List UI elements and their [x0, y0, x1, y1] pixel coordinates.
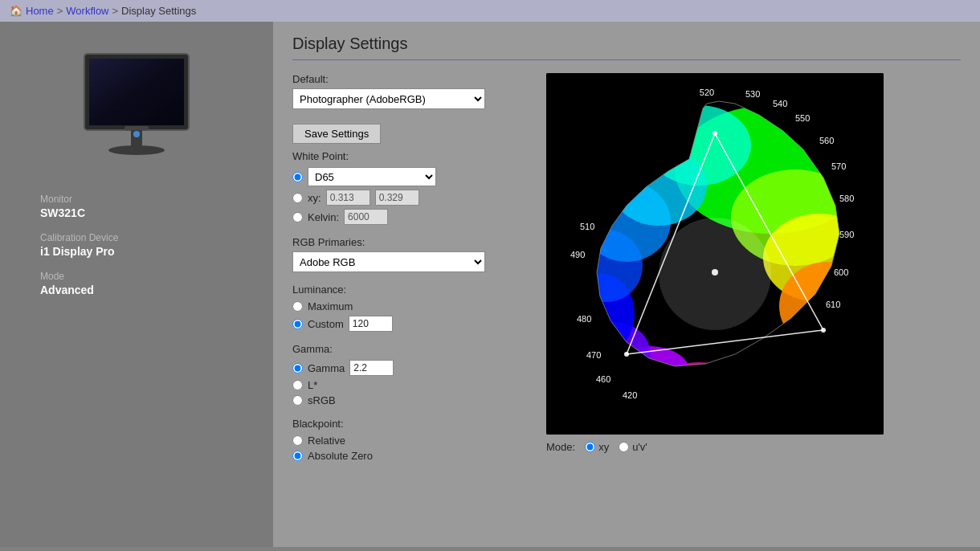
blackpoint-relative-row: Relative — [292, 435, 533, 447]
gamma-gamma-radio[interactable] — [292, 363, 303, 373]
white-point-label: White Point: — [292, 150, 533, 162]
luminance-group: Luminance: Maximum Custom — [292, 284, 533, 332]
xy-y-input[interactable] — [375, 190, 419, 206]
luminance-custom-row: Custom — [292, 316, 533, 332]
svg-rect-2 — [89, 59, 184, 125]
monitor-svg — [76, 46, 197, 166]
monitor-label: Monitor — [40, 194, 257, 205]
gamma-label: Gamma: — [292, 343, 533, 355]
blackpoint-radio-group: Relative Absolute Zero — [292, 435, 533, 462]
gamma-gamma-label[interactable]: Gamma — [308, 362, 345, 374]
monitor-image — [72, 38, 201, 166]
svg-text:570: 570 — [831, 161, 846, 171]
gamma-srgb-row: sRGB — [292, 394, 533, 406]
gamma-radio-group: Gamma L* sRGB — [292, 360, 533, 406]
white-point-radio-group: D65 D50 D55 D75 Custom xy: — [292, 167, 533, 225]
monitor-value: SW321C — [40, 206, 257, 219]
blackpoint-label: Blackpoint: — [292, 418, 533, 430]
mode-value: Advanced — [40, 284, 257, 296]
mode-xy-label[interactable]: xy — [598, 441, 609, 453]
gamma-lstar-label[interactable]: L* — [308, 379, 317, 391]
svg-point-31 — [624, 352, 629, 357]
luminance-custom-radio[interactable] — [292, 319, 303, 329]
white-point-d65-radio[interactable] — [292, 172, 303, 182]
gamma-srgb-label[interactable]: sRGB — [308, 394, 336, 406]
svg-text:420: 420 — [623, 390, 637, 400]
gamma-lstar-radio[interactable] — [292, 380, 303, 390]
blackpoint-relative-label[interactable]: Relative — [308, 435, 345, 447]
luminance-custom-input[interactable] — [349, 316, 393, 332]
mode-uv-radio[interactable] — [619, 442, 629, 452]
gamma-group: Gamma: Gamma L* sRGB — [292, 343, 533, 406]
color-diagram: 520 530 540 550 560 570 580 590 600 610 … — [546, 73, 884, 435]
blackpoint-absolute-label[interactable]: Absolute Zero — [308, 450, 373, 462]
svg-point-5 — [133, 131, 140, 137]
rgb-primaries-label: RGB Primaries: — [292, 236, 533, 248]
mode-selector-label: Mode: — [546, 441, 575, 453]
blackpoint-relative-radio[interactable] — [292, 435, 303, 446]
mode-uv-label[interactable]: u'v' — [632, 441, 647, 453]
device-value: i1 Display Pro — [40, 245, 257, 258]
white-point-xy-row: xy: — [292, 190, 533, 206]
luminance-custom-label[interactable]: Custom — [308, 318, 344, 330]
default-label: Default: — [292, 73, 533, 85]
svg-text:460: 460 — [596, 374, 610, 384]
sidebar-info: Monitor SW321C Calibration Device i1 Dis… — [16, 181, 257, 296]
mode-label: Mode — [40, 271, 257, 282]
cie-diagram-svg: 520 530 540 550 560 570 580 590 600 610 … — [546, 73, 884, 435]
luminance-maximum-radio[interactable] — [292, 301, 303, 312]
default-group: Default: Photographer (AdobeRGB) sRGB Cu… — [292, 73, 533, 109]
svg-point-28 — [712, 269, 718, 276]
blackpoint-absolute-radio[interactable] — [292, 451, 303, 461]
luminance-maximum-label[interactable]: Maximum — [308, 300, 353, 312]
white-point-select[interactable]: D65 D50 D55 D75 Custom — [308, 167, 436, 186]
mode-xy-row: xy — [585, 441, 609, 453]
gamma-gamma-row: Gamma — [292, 360, 533, 376]
white-point-kelvin-radio[interactable] — [292, 212, 303, 222]
white-point-group: White Point: D65 D50 D55 D75 Custom — [292, 150, 533, 225]
breadcrumb-workflow[interactable]: Workflow — [66, 5, 108, 17]
svg-text:560: 560 — [819, 136, 834, 145]
breadcrumb-bar: 🏠 Home > Workflow > Display Settings — [0, 0, 980, 22]
svg-text:600: 600 — [834, 267, 848, 277]
xy-label[interactable]: xy: — [308, 192, 321, 204]
breadcrumb-sep2: > — [112, 5, 119, 17]
mode-xy-radio[interactable] — [585, 442, 595, 452]
chart-column: 520 530 540 550 560 570 580 590 600 610 … — [546, 73, 961, 473]
mode-uv-row: u'v' — [619, 441, 647, 453]
home-icon: 🏠 — [10, 5, 22, 17]
svg-point-29 — [713, 131, 717, 136]
white-point-kelvin-row: Kelvin: — [292, 209, 533, 225]
gamma-srgb-radio[interactable] — [292, 395, 303, 406]
kelvin-label[interactable]: Kelvin: — [308, 211, 339, 223]
kelvin-input[interactable] — [344, 209, 388, 225]
svg-text:480: 480 — [577, 314, 591, 324]
content: Display Settings Default: Photographer (… — [273, 22, 980, 547]
device-label: Calibration Device — [40, 232, 257, 243]
breadcrumb-home[interactable]: Home — [26, 5, 54, 17]
svg-text:610: 610 — [826, 300, 840, 309]
svg-text:550: 550 — [795, 113, 810, 123]
svg-text:510: 510 — [580, 222, 594, 231]
svg-text:520: 520 — [700, 88, 714, 97]
rgb-primaries-group: RGB Primaries: Adobe RGB sRGB DCI-P3 Rec… — [292, 236, 533, 272]
white-point-xy-radio[interactable] — [292, 193, 303, 203]
gamma-value-input[interactable] — [349, 360, 394, 376]
svg-text:490: 490 — [570, 250, 585, 259]
content-columns: Default: Photographer (AdobeRGB) sRGB Cu… — [292, 73, 961, 473]
settings-column: Default: Photographer (AdobeRGB) sRGB Cu… — [292, 73, 533, 473]
default-select[interactable]: Photographer (AdobeRGB) sRGB Custom — [292, 88, 485, 109]
luminance-radio-group: Maximum Custom — [292, 300, 533, 332]
svg-text:530: 530 — [745, 89, 760, 99]
svg-text:470: 470 — [586, 350, 601, 360]
mode-selector: Mode: xy u'v' — [546, 441, 961, 453]
rgb-primaries-select[interactable]: Adobe RGB sRGB DCI-P3 Rec.2020 — [292, 251, 485, 272]
save-settings-button[interactable]: Save Settings — [292, 124, 381, 144]
svg-text:580: 580 — [839, 194, 854, 203]
sidebar: Monitor SW321C Calibration Device i1 Dis… — [0, 22, 273, 547]
svg-rect-6 — [125, 126, 149, 130]
svg-text:590: 590 — [839, 230, 854, 239]
svg-text:540: 540 — [773, 99, 787, 108]
xy-x-input[interactable] — [326, 190, 370, 206]
blackpoint-absolute-row: Absolute Zero — [292, 450, 533, 462]
